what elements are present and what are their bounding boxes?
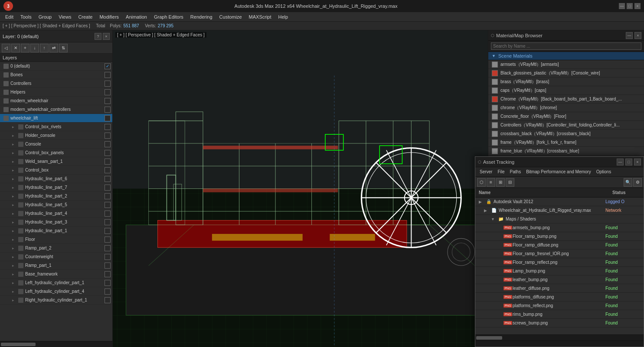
layer-checkbox[interactable] xyxy=(105,202,111,208)
at-maximize-btn[interactable]: □ xyxy=(625,159,632,165)
layer-item[interactable]: Bones xyxy=(0,71,112,79)
layer-tb-btn-2[interactable]: ✕ xyxy=(11,44,20,52)
layer-checkbox[interactable] xyxy=(105,115,111,121)
asset-tracking-scrollbar-h[interactable] xyxy=(475,334,644,341)
layer-tb-btn-1[interactable]: ◁ xyxy=(2,44,10,52)
layer-checkbox[interactable] xyxy=(105,176,111,182)
asset-item[interactable]: PNGFloor_ramp_reflect.pngFound xyxy=(475,258,644,267)
layer-checkbox[interactable] xyxy=(105,141,111,147)
layer-checkbox[interactable] xyxy=(105,98,111,104)
mb-minimize-btn[interactable]: — xyxy=(626,32,633,39)
menu-item-customize[interactable]: Customize xyxy=(216,13,245,20)
at-tb-btn-4[interactable]: ⊟ xyxy=(506,178,514,187)
asset-expand-icon[interactable]: ▶ xyxy=(479,200,484,204)
layer-item[interactable]: Controllers xyxy=(0,79,112,88)
material-item[interactable]: armsets（VRayMtl）[armsets] xyxy=(488,60,644,69)
asset-expand-icon[interactable]: ▶ xyxy=(484,208,489,213)
panel-close-icon[interactable]: × xyxy=(103,33,110,40)
material-search-bar[interactable] xyxy=(488,41,644,52)
layer-item[interactable]: ▸Right_hydraulic_cylinder_part_1 xyxy=(0,296,112,305)
menu-item-rendering[interactable]: Rendering xyxy=(187,13,216,20)
menu-item-animation[interactable]: Animation xyxy=(122,13,150,20)
asset-item[interactable]: ▶📄Wheelchair_at_Hydraulic_Lift_Rigged_vr… xyxy=(475,206,644,215)
asset-item[interactable]: PNGrims_bump.pngFound xyxy=(475,310,644,319)
layer-item[interactable]: ▸Holder_console xyxy=(0,131,112,140)
layer-item[interactable]: ▸Hydraulic_line_part_2 xyxy=(0,192,112,201)
layers-list[interactable]: 0 (default)✓BonesControllersHelpersmoder… xyxy=(0,62,112,341)
layer-item[interactable]: ▸Floor xyxy=(0,235,112,244)
at-tb-btn-search[interactable]: 🔍 xyxy=(624,178,632,187)
layer-checkbox[interactable] xyxy=(105,211,111,217)
material-item[interactable]: chrome（VRayMtl）[chrome] xyxy=(488,104,644,112)
asset-menu-item-file[interactable]: File xyxy=(495,169,507,175)
panel-help-icon[interactable]: ? xyxy=(95,33,101,40)
layer-item[interactable]: ▸Hydraulic_line_part_3 xyxy=(0,218,112,227)
menu-item-tools[interactable]: Tools xyxy=(17,13,35,20)
asset-menu-item-options[interactable]: Options xyxy=(594,169,614,175)
material-item[interactable]: caps（VRayMtl）[caps] xyxy=(488,86,644,95)
layer-checkbox[interactable] xyxy=(105,159,111,165)
layer-checkbox[interactable] xyxy=(105,219,111,225)
at-minimize-btn[interactable]: — xyxy=(617,159,624,165)
layer-tb-btn-7[interactable]: ⇅ xyxy=(59,44,68,52)
layer-item[interactable]: ▸Control_box_rivets xyxy=(0,123,112,131)
layer-checkbox[interactable] xyxy=(105,254,111,260)
layer-tb-btn-5[interactable]: ↑ xyxy=(40,44,49,52)
layer-checkbox[interactable] xyxy=(105,263,111,269)
material-item[interactable]: frame_blue（VRayMtl）[crossbars_blue] xyxy=(488,147,644,156)
layer-item[interactable]: Helpers xyxy=(0,88,112,97)
asset-item[interactable]: PNGFloor_ramp_fresnel_IOR.pngFound xyxy=(475,250,644,258)
layer-item[interactable]: modern_wheelchair_controllers xyxy=(0,105,112,114)
material-item[interactable]: frame（VRayMtl）[fork_l, fork_r, frame] xyxy=(488,138,644,147)
layer-checkbox[interactable] xyxy=(105,89,111,95)
layer-checkbox[interactable] xyxy=(105,289,111,295)
viewport-canvas[interactable] xyxy=(113,30,488,347)
layer-tb-btn-6[interactable]: ⇄ xyxy=(49,44,58,52)
asset-item[interactable]: PNGarmsets_bump.pngFound xyxy=(475,224,644,232)
asset-item[interactable]: PNGLamp_bump.pngFound xyxy=(475,267,644,276)
materials-list[interactable]: armsets（VRayMtl）[armsets]Black_glossines… xyxy=(488,60,644,173)
layer-checkbox[interactable] xyxy=(105,280,111,286)
layer-item[interactable]: ▸Counterweight xyxy=(0,253,112,261)
layer-checkbox[interactable]: ✓ xyxy=(105,63,111,69)
layer-item[interactable]: ▸Control_box xyxy=(0,166,112,175)
layer-item[interactable]: ▸Hydraulic_line_part_7 xyxy=(0,183,112,192)
layer-checkbox[interactable] xyxy=(105,107,111,113)
asset-item[interactable]: PNGFloor_ramp_bump.pngFound xyxy=(475,232,644,241)
layer-item[interactable]: ▸Control_box_panels xyxy=(0,149,112,157)
at-tb-btn-settings[interactable]: ⚙ xyxy=(633,178,642,187)
asset-item[interactable]: PNGFloor_ramp_diffuse.pngFound xyxy=(475,241,644,250)
layer-checkbox[interactable] xyxy=(105,237,111,243)
panel-scroll-bottom[interactable] xyxy=(0,341,112,347)
asset-item[interactable]: PNGplatforms_diffuse.pngFound xyxy=(475,293,644,302)
asset-menu-item-bitmap-performance-and-memory[interactable]: Bitmap Performance and Memory xyxy=(523,169,594,175)
layer-checkbox[interactable] xyxy=(105,72,111,78)
layer-checkbox[interactable] xyxy=(105,124,111,130)
material-item[interactable]: Concrete_floor（VRayMtl）[Floor] xyxy=(488,112,644,121)
at-tb-btn-1[interactable]: ⬡ xyxy=(477,178,486,187)
menu-item-create[interactable]: Create xyxy=(75,13,96,20)
at-close-btn[interactable]: × xyxy=(634,159,641,165)
menu-item-group[interactable]: Group xyxy=(35,13,56,20)
menu-item-modifiers[interactable]: Modifiers xyxy=(96,13,122,20)
asset-tracking-list[interactable]: ▶🔒Autodesk Vault 2012Logged O▶📄Wheelchai… xyxy=(475,198,644,334)
asset-item[interactable]: ▼📁Maps / Shaders xyxy=(475,215,644,224)
layer-checkbox[interactable] xyxy=(105,271,111,277)
layer-item[interactable]: ▸Hydraulic_line_part_4 xyxy=(0,209,112,218)
layer-checkbox[interactable] xyxy=(105,297,111,303)
layer-item[interactable]: 0 (default)✓ xyxy=(0,62,112,71)
mb-close-btn[interactable]: × xyxy=(634,32,641,39)
close-button[interactable]: × xyxy=(634,3,641,9)
material-item[interactable]: brass（VRayMtl）[brass] xyxy=(488,78,644,86)
at-tb-btn-3[interactable]: ⊞ xyxy=(496,178,505,187)
layer-item[interactable]: ▸Hydraulic_line_part_5 xyxy=(0,201,112,209)
layer-checkbox[interactable] xyxy=(105,81,111,87)
layer-item[interactable]: modern_wheelchair xyxy=(0,97,112,105)
maximize-button[interactable]: □ xyxy=(627,3,633,9)
layer-item[interactable]: ▸Console xyxy=(0,140,112,149)
asset-item[interactable]: PNGscrews_bump.pngFound xyxy=(475,319,644,328)
at-tb-btn-2[interactable]: ≡ xyxy=(487,178,495,187)
layer-checkbox[interactable] xyxy=(105,245,111,251)
minimize-button[interactable]: — xyxy=(619,3,625,9)
layer-checkbox[interactable] xyxy=(105,150,111,156)
